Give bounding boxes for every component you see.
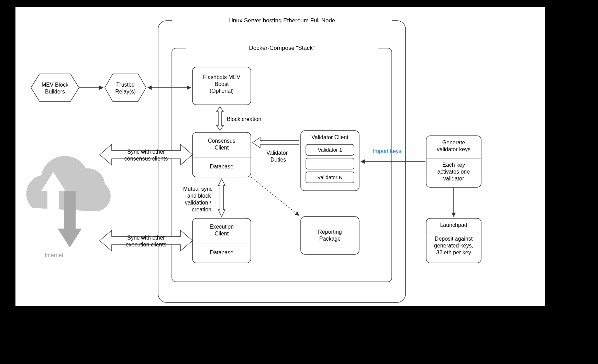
svg-marker-40 — [105, 74, 146, 101]
svg-text:Validator 1: Validator 1 — [318, 147, 342, 153]
svg-text:32 eth per key: 32 eth per key — [436, 250, 471, 255]
svg-rect-21 — [301, 217, 359, 254]
svg-text:Execution: Execution — [210, 224, 234, 230]
linux-server-title: Linux Server hosting Ethereum Full Node — [229, 17, 335, 24]
svg-text:Validator N: Validator N — [317, 174, 342, 180]
svg-text:validator: validator — [443, 176, 464, 181]
validator-client-box: Validator Client Validator 1 ... Validat… — [301, 131, 359, 191]
label-validator-duties-1: Validator — [266, 150, 288, 156]
svg-text:Flashbots MEV: Flashbots MEV — [203, 74, 241, 80]
docker-stack-title: Docker-Compose “Stack” — [249, 45, 315, 51]
svg-text:Reporting: Reporting — [318, 229, 342, 235]
svg-text:MEV Block: MEV Block — [42, 82, 69, 88]
mev-block-builders-hex: MEV Block Builders — [31, 74, 79, 101]
svg-text:generated keys,: generated keys, — [434, 243, 473, 249]
label-import-keys: Import keys — [373, 148, 401, 154]
svg-text:Boost: Boost — [215, 81, 229, 87]
svg-text:Validator Client: Validator Client — [311, 134, 348, 140]
svg-text:Generate: Generate — [442, 140, 465, 145]
svg-text:Client: Client — [215, 231, 229, 236]
svg-text:Deposit against: Deposit against — [435, 236, 473, 242]
trusted-relays-hex: Trusted Relay(s) — [105, 74, 146, 101]
svg-text:Database: Database — [210, 164, 234, 169]
label-mutual-sync-4: creation — [192, 207, 211, 212]
reporting-package-box: Reporting Package — [301, 217, 359, 254]
consensus-client-box: Consensus Client Database — [192, 132, 251, 177]
svg-marker-37 — [31, 74, 79, 101]
svg-text:Client: Client — [215, 145, 229, 151]
svg-text:Database: Database — [210, 250, 234, 255]
launchpad-box: Launchpad Deposit against generated keys… — [426, 218, 481, 263]
label-internet: Internet — [45, 252, 64, 258]
svg-text:Each key: Each key — [442, 162, 465, 168]
label-mutual-sync-1: Mutual sync — [183, 186, 212, 192]
generate-keys-box: Generate validator keys Each key activat… — [426, 136, 481, 187]
mev-boost-box: Flashbots MEV Boost (Optional) — [192, 67, 251, 105]
svg-text:Consensus: Consensus — [208, 138, 235, 144]
svg-text:...: ... — [328, 161, 332, 166]
label-block-creation: Block creation — [227, 116, 262, 122]
svg-text:validator keys: validator keys — [437, 146, 470, 152]
label-validator-duties-2: Duties — [270, 157, 286, 163]
svg-text:Builders: Builders — [45, 89, 65, 95]
svg-text:Relay(s): Relay(s) — [115, 89, 136, 95]
svg-text:(Optional): (Optional) — [210, 88, 234, 94]
svg-text:Sync with other: Sync with other — [127, 149, 165, 155]
execution-client-box: Execution Client Database — [192, 218, 251, 263]
label-mutual-sync-3: validation / — [185, 200, 211, 206]
svg-text:Sync with other: Sync with other — [127, 235, 165, 241]
svg-text:execution clients: execution clients — [126, 242, 166, 247]
svg-text:consensus clients: consensus clients — [124, 156, 168, 162]
svg-text:Package: Package — [319, 236, 341, 242]
svg-text:Launchpad: Launchpad — [440, 222, 467, 228]
svg-text:Trusted: Trusted — [116, 82, 135, 88]
diagram-canvas: Linux Server hosting Ethereum Full Node … — [0, 0, 598, 364]
svg-text:activates one: activates one — [438, 169, 470, 175]
label-mutual-sync-2: and block — [187, 193, 211, 199]
